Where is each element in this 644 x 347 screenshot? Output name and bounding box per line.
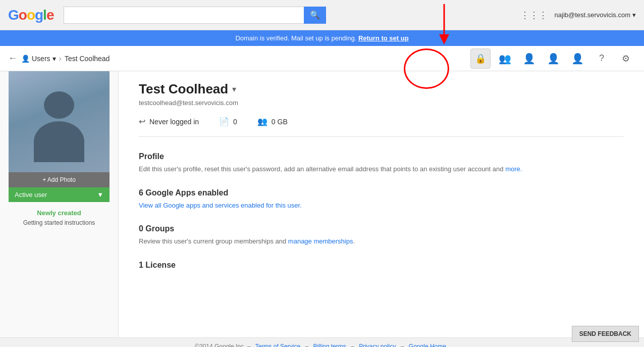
avatar-silhouette: [26, 81, 92, 162]
files-icon: 📄: [219, 117, 229, 126]
storage-icon: 👥: [257, 117, 267, 126]
avatar-body: [34, 121, 84, 162]
getting-started-text[interactable]: Getting started instructions: [8, 219, 110, 227]
breadcrumb-separator: ›: [59, 54, 62, 63]
footer-billing-link[interactable]: Billing terms: [313, 343, 346, 347]
notification-message: Domain is verified. Mail set up is pendi…: [235, 34, 356, 42]
notification-bar: Domain is verified. Mail set up is pendi…: [0, 30, 644, 46]
footer-separator-1: –: [247, 343, 252, 347]
top-bar-right: ⋮⋮⋮ najib@test.servovicis.com ▾: [520, 10, 636, 21]
search-input[interactable]: [64, 7, 304, 24]
back-button[interactable]: ←: [8, 53, 17, 64]
files-stat: 📄 0: [219, 117, 237, 126]
license-section: 1 License: [139, 261, 624, 270]
groups-section-title[interactable]: 0 Groups: [139, 224, 624, 233]
active-user-dropdown-arrow: ▼: [97, 191, 103, 199]
login-stat: ↩ Never logged in: [139, 117, 199, 126]
help-icon: ?: [599, 53, 604, 64]
apps-grid-icon[interactable]: ⋮⋮⋮: [520, 10, 548, 21]
nav-bar: ← 👤 Users ▾ › Test Coolhead 🔒 👥 👤 👤 👤 ? …: [0, 46, 644, 71]
active-user-label: Active user: [15, 191, 47, 199]
search-container: 🔍: [64, 7, 326, 24]
main-layout: + Add Photo Active user ▼ Newly created …: [0, 71, 644, 337]
user-full-name: Test Coolhead: [139, 81, 228, 97]
user-name-dropdown-icon[interactable]: ▾: [232, 84, 236, 94]
settings-icon: ⚙: [622, 53, 630, 64]
lock-icon: 🔒: [475, 53, 486, 64]
active-user-button[interactable]: Active user ▼: [9, 187, 110, 202]
settings-button[interactable]: ⚙: [616, 48, 636, 69]
footer-privacy-link[interactable]: Privacy policy: [359, 343, 396, 347]
lock-action-button[interactable]: 🔒: [470, 48, 491, 69]
user-email: testcoolhead@test.servovicis.com: [139, 99, 624, 107]
apps-view-link[interactable]: View all Google apps and services enable…: [139, 202, 302, 209]
footer: ©2014 Google Inc. – Terms of Service – B…: [0, 337, 644, 347]
user-account-email: najib@test.servovicis.com: [555, 11, 630, 19]
apps-section-title[interactable]: 6 Google Apps enabled: [139, 188, 624, 197]
add-to-group-button[interactable]: 👥: [495, 48, 515, 69]
apps-section: 6 Google Apps enabled View all Google ap…: [139, 188, 624, 211]
user-name-row: Test Coolhead ▾: [139, 81, 624, 97]
add-photo-bar[interactable]: + Add Photo: [9, 172, 110, 187]
newly-created-label: Newly created: [8, 209, 110, 217]
groups-section-desc: Review this user's current group members…: [139, 236, 624, 246]
search-button[interactable]: 🔍: [304, 7, 326, 24]
suspend-icon: 👤: [571, 53, 584, 65]
search-icon: 🔍: [310, 10, 320, 20]
footer-separator-3: –: [351, 343, 356, 347]
storage-amount: 0 GB: [272, 118, 288, 126]
groups-period: .: [353, 237, 355, 245]
avatar-head: [44, 91, 74, 119]
account-dropdown-arrow: ▾: [632, 11, 636, 19]
sidebar-info: Newly created Getting started instructio…: [0, 202, 118, 227]
login-status: Never logged in: [149, 118, 199, 126]
groups-section: 0 Groups Review this user's current grou…: [139, 224, 624, 246]
stats-row: ↩ Never logged in 📄 0 👥 0 GB: [139, 117, 624, 137]
footer-terms-link[interactable]: Terms of Service: [255, 343, 300, 347]
storage-stat: 👥 0 GB: [257, 117, 288, 126]
google-logo: Google: [8, 7, 53, 23]
help-button[interactable]: ?: [592, 48, 612, 69]
transfer-icon: 👤: [547, 53, 560, 65]
send-feedback-button[interactable]: SEND FEEDBACK: [572, 326, 639, 342]
avatar-container: [9, 71, 110, 172]
remove-group-icon: 👤: [523, 53, 535, 65]
users-icon: 👤: [21, 55, 30, 63]
footer-separator-2: –: [305, 343, 310, 347]
apps-section-desc: View all Google apps and services enable…: [139, 201, 624, 211]
content-area: Test Coolhead ▾ testcoolhead@test.servov…: [119, 71, 644, 337]
add-group-icon: 👥: [499, 53, 511, 65]
suspend-user-button[interactable]: 👤: [567, 48, 587, 69]
breadcrumb: 👤 Users ▾ › Test Coolhead: [21, 54, 110, 63]
footer-copyright: ©2014 Google Inc.: [195, 343, 245, 347]
license-section-title[interactable]: 1 License: [139, 261, 624, 270]
nav-actions: 🔒 👥 👤 👤 👤 ? ⚙: [470, 48, 636, 69]
breadcrumb-current-page: Test Coolhead: [65, 55, 110, 63]
users-nav-link[interactable]: 👤 Users ▾: [21, 55, 56, 63]
sidebar: + Add Photo Active user ▼ Newly created …: [0, 71, 119, 337]
profile-more-link[interactable]: more.: [505, 165, 522, 173]
profile-section: Profile Edit this user's profile, reset …: [139, 152, 624, 174]
login-history-icon: ↩: [139, 117, 145, 126]
groups-desc-text: Review this user's current group members…: [139, 237, 288, 245]
notification-link[interactable]: Return to set up: [358, 34, 409, 42]
transfer-ownership-button[interactable]: 👤: [543, 48, 563, 69]
users-dropdown-arrow: ▾: [52, 55, 56, 63]
profile-section-title[interactable]: Profile: [139, 152, 624, 161]
profile-desc-text: Edit this user's profile, reset this use…: [139, 165, 505, 173]
footer-home-link[interactable]: Google Home: [409, 343, 446, 347]
user-account[interactable]: najib@test.servovicis.com ▾: [555, 11, 636, 19]
users-label: Users: [32, 55, 50, 63]
footer-separator-4: –: [401, 343, 406, 347]
profile-section-desc: Edit this user's profile, reset this use…: [139, 164, 624, 174]
top-bar: Google 🔍 ⋮⋮⋮ najib@test.servovicis.com ▾: [0, 0, 644, 30]
manage-memberships-link[interactable]: manage memberships: [288, 237, 353, 245]
remove-from-group-button[interactable]: 👤: [519, 48, 539, 69]
files-count: 0: [233, 118, 237, 126]
